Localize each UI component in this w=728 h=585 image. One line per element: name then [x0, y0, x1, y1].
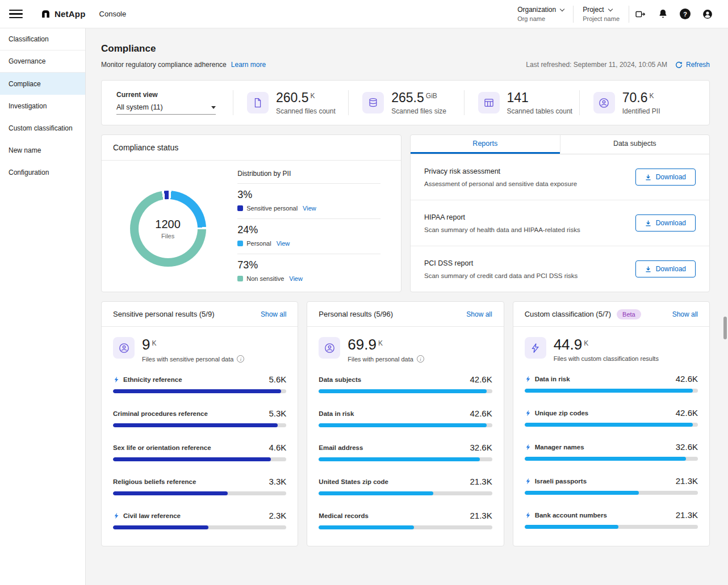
sidebar-item-classification[interactable]: Classification	[0, 28, 85, 50]
result-row: Criminal procedures reference 5.3K	[113, 409, 286, 427]
current-view-select[interactable]: All system (11)	[116, 103, 216, 115]
compliance-status-title: Compliance status	[102, 135, 401, 161]
result-row: Israeli passports 21.3K	[525, 476, 698, 495]
report-row-privacy: Privacy risk assessment Assessment of pe…	[411, 154, 709, 200]
refresh-button[interactable]: Refresh	[675, 61, 710, 69]
learn-more-link[interactable]: Learn more	[231, 61, 266, 69]
info-icon[interactable]	[237, 355, 244, 363]
view-link[interactable]: View	[277, 240, 290, 247]
project-value: Project name	[583, 15, 620, 22]
result-row: Ethnicity reference 5.6K	[113, 374, 286, 393]
bar-fill	[525, 423, 693, 427]
page-title: Compliance	[101, 43, 710, 54]
legend-personal: 24% Personal View	[237, 219, 380, 254]
reports-card: Reports Data subjects Privacy risk asses…	[410, 134, 710, 292]
result-row: Religious beliefs reference 3.3K	[113, 477, 286, 495]
stat-scanned-tables-count: 141 Scanned tables count	[465, 90, 579, 115]
result-row: Sex life or orientation reference 4.6K	[113, 443, 286, 461]
fingerprint-icon	[593, 92, 615, 113]
show-all-link[interactable]: Show all	[466, 310, 492, 318]
page-subtitle: Monitor regulatory compliance adherence	[101, 61, 227, 69]
caret-down-icon	[211, 106, 216, 109]
bar-fill	[525, 491, 639, 495]
netapp-mark-icon	[41, 9, 51, 19]
organization-label: Organization	[517, 6, 556, 14]
fingerprint-icon	[113, 337, 135, 359]
chevron-down-icon	[608, 6, 612, 11]
result-row: Data subjects 42.6K	[319, 374, 492, 393]
organization-value: Org name	[517, 15, 564, 22]
project-label: Project	[583, 6, 604, 14]
show-all-link[interactable]: Show all	[261, 310, 286, 318]
result-row: Email address 32.6K	[319, 443, 492, 461]
custom-classification-card: Custom classification (5/7) Beta Show al…	[513, 301, 710, 546]
card-title: Sensitive personal results (5/9)	[113, 310, 214, 318]
tab-data-subjects[interactable]: Data subjects	[560, 135, 710, 154]
info-icon[interactable]	[417, 355, 424, 363]
sidebar-item-custom-classification[interactable]: Custom classification	[0, 117, 85, 139]
card-title: Personal results (5/96)	[319, 310, 393, 318]
tab-reports[interactable]: Reports	[411, 135, 560, 154]
main-content: Compliance Monitor regulatory compliance…	[86, 28, 728, 585]
result-row: Manager names 32.6K	[525, 442, 698, 461]
legend-sensitive-personal: 3% Sensitive personal View	[237, 184, 380, 219]
fingerprint-icon	[319, 337, 340, 359]
current-view: Current view All system (11)	[116, 91, 233, 115]
notifications-icon[interactable]	[658, 9, 668, 19]
bar-fill	[319, 491, 433, 495]
donut-total-label: Files	[161, 233, 174, 239]
download-icon	[645, 220, 651, 226]
download-hipaa-button[interactable]: Download	[635, 214, 696, 232]
bar-fill	[113, 457, 271, 461]
sensitive-results-card: Sensitive personal results (5/9) Show al…	[101, 301, 298, 546]
bar-fill	[113, 525, 208, 529]
brand-text: NetApp	[55, 9, 86, 19]
sidebar-item-new-name[interactable]: New name	[0, 139, 85, 161]
sidebar-item-investigation[interactable]: Investigation	[0, 95, 85, 117]
current-view-label: Current view	[116, 91, 233, 99]
sidebar-item-governance[interactable]: Governance	[0, 50, 85, 73]
show-all-link[interactable]: Show all	[672, 310, 698, 318]
stat-identified-pii: 70.6K Identified PII	[580, 90, 694, 115]
result-row: Medical records 21.3K	[319, 511, 492, 529]
sidebar-item-configuration[interactable]: Configuration	[0, 161, 85, 183]
database-icon	[362, 92, 384, 113]
file-icon	[247, 92, 269, 113]
console-label: Console	[99, 10, 127, 18]
legend-swatch	[237, 241, 243, 246]
bolt-icon	[113, 512, 120, 519]
project-selector[interactable]: Project Project name	[583, 6, 620, 22]
organization-selector[interactable]: Organization Org name	[517, 6, 564, 22]
last-refreshed-text: Last refreshed: September 11, 2024, 10:0…	[526, 61, 667, 69]
connector-icon[interactable]	[635, 9, 646, 20]
menu-icon[interactable]	[9, 7, 23, 21]
table-icon	[478, 92, 500, 113]
scrollbar-thumb[interactable]	[723, 317, 727, 339]
bar-fill	[319, 525, 414, 529]
divider	[629, 6, 629, 23]
sidebar-item-compliace[interactable]: Compliace	[0, 73, 85, 95]
download-pci-dss-button[interactable]: Download	[635, 260, 696, 277]
stat-scanned-files-size: 265.5GiB Scanned files size	[349, 90, 463, 115]
result-row: United States zip code 21.3K	[319, 477, 492, 495]
donut-total: 1200	[155, 218, 181, 231]
card-title: Custom classification (5/7)	[525, 310, 611, 318]
result-row: Civil law reference 2.3K	[113, 511, 286, 529]
download-privacy-risk-button[interactable]: Download	[635, 169, 696, 186]
pii-donut: 1200 Files	[130, 191, 206, 267]
download-icon	[645, 266, 651, 272]
help-icon[interactable]	[680, 9, 691, 19]
view-link[interactable]: View	[303, 205, 316, 212]
legend-swatch	[237, 276, 243, 281]
report-row-hipaa: HIPAA report Scan summary of health data…	[411, 200, 709, 246]
view-link[interactable]: View	[289, 275, 303, 282]
bar-fill	[319, 389, 487, 393]
top-bar: NetApp Console Organization Org name Pro…	[0, 0, 728, 28]
bar-fill	[319, 457, 480, 461]
result-row: Data in risk 42.6K	[525, 374, 698, 393]
account-icon[interactable]	[702, 9, 713, 20]
distribution-title: Distribution by PII	[237, 170, 380, 184]
bar-fill	[113, 389, 281, 393]
bolt-icon	[113, 376, 120, 383]
bolt-icon	[525, 478, 532, 485]
